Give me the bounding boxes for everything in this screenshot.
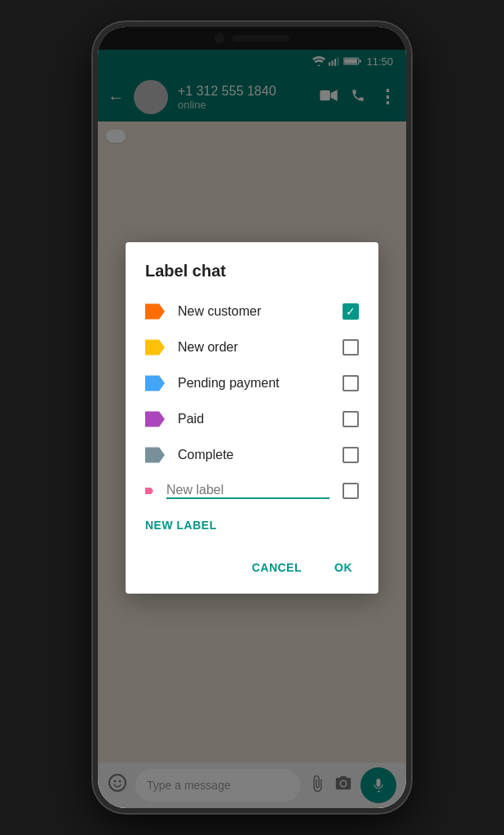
- complete-checkbox[interactable]: [343, 447, 359, 463]
- label-new-order: New order: [178, 340, 329, 355]
- label-new-customer: New customer: [178, 304, 329, 319]
- label-paid: Paid: [178, 412, 329, 426]
- paid-tag-icon: [145, 411, 165, 427]
- new-label-checkbox[interactable]: [343, 483, 359, 499]
- svg-marker-14: [145, 339, 165, 355]
- list-item[interactable]: Pending payment: [126, 365, 378, 401]
- svg-marker-13: [145, 303, 165, 319]
- complete-tag-icon: [145, 447, 165, 463]
- new-label-button[interactable]: NEW LABEL: [126, 509, 378, 541]
- list-item: [126, 473, 378, 509]
- new-customer-checkbox[interactable]: ✓: [343, 303, 359, 320]
- list-item[interactable]: New order: [126, 329, 378, 365]
- label-list: New customer ✓ New order: [126, 294, 378, 509]
- new-customer-tag-icon: [145, 303, 165, 320]
- cancel-button[interactable]: CANCEL: [239, 554, 315, 581]
- new-label-input[interactable]: [166, 483, 329, 499]
- phone-inner: 11:50 ← +1 312 555 1840 online: [98, 27, 406, 808]
- label-dialog: Label chat New customer ✓: [126, 242, 378, 594]
- new-order-checkbox[interactable]: [343, 339, 359, 356]
- modal-overlay: Label chat New customer ✓: [98, 27, 406, 808]
- pending-payment-checkbox[interactable]: [343, 375, 359, 391]
- label-complete: Complete: [178, 448, 329, 462]
- dialog-title: Label chat: [126, 262, 378, 294]
- svg-marker-16: [145, 411, 165, 426]
- dialog-actions: CANCEL OK: [126, 548, 378, 587]
- pending-payment-tag-icon: [145, 375, 165, 391]
- new-order-tag-icon: [145, 339, 165, 356]
- ok-button[interactable]: OK: [321, 554, 365, 581]
- list-item[interactable]: New customer ✓: [126, 294, 378, 329]
- svg-marker-17: [145, 447, 165, 462]
- svg-marker-18: [145, 488, 153, 494]
- svg-marker-15: [145, 375, 165, 391]
- paid-checkbox[interactable]: [343, 411, 359, 427]
- label-pending-payment: Pending payment: [178, 376, 329, 391]
- new-label-tag-icon: [145, 483, 153, 499]
- list-item[interactable]: Complete: [126, 437, 378, 473]
- phone-frame: 11:50 ← +1 312 555 1840 online: [93, 22, 411, 813]
- list-item[interactable]: Paid: [126, 401, 378, 437]
